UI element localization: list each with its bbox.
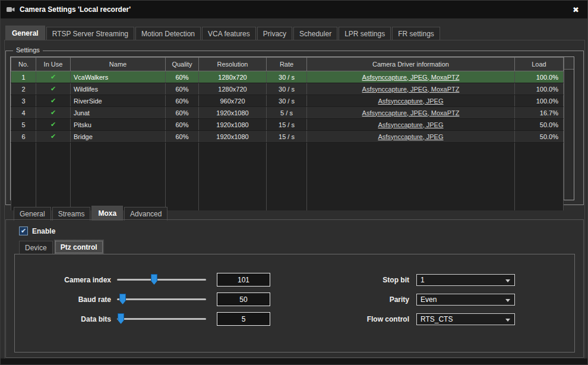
close-icon[interactable]: ✖ [570,5,581,14]
column-header-no[interactable]: No. [11,58,36,71]
column-header-rate[interactable]: Rate [267,58,307,71]
dropdown-value: 1 [421,276,425,284]
empty-cell [11,143,36,211]
cell-name: Bridge [71,131,166,143]
flow-control-dropdown[interactable]: RTS_CTS [416,313,515,325]
camera-index-value-input[interactable] [217,273,270,287]
cell-driver: Asfsynccapture, JPEG, MoxaPTZ [307,71,515,83]
window-title: Camera Settings 'Local recorder' [20,5,131,14]
camera-index-slider[interactable] [117,279,206,281]
slider-group: Camera indexBaud rateData bits [22,270,270,329]
cell-load: 100.0% [515,95,564,107]
data-bits-slider[interactable] [117,318,206,320]
driver-link[interactable]: Asfsynccapture, JPEG, MoxaPTZ [362,109,460,117]
column-header-load[interactable]: Load [515,58,564,71]
tab-ptz-control[interactable]: Ptz control [54,240,104,254]
enable-checkbox[interactable]: ✔ [19,226,28,235]
check-icon: ✔ [50,133,56,140]
cell-no: 2 [11,83,36,95]
column-header-resolution[interactable]: Resolution [199,58,267,71]
parity-row: ParityEven [328,290,515,309]
cell-resolution: 1280x720 [199,71,267,83]
scrollbar-header-cap [564,57,574,70]
cell-no: 3 [11,95,36,107]
cell-driver: Asfsynccapture, JPEG [307,131,515,143]
tab-general[interactable]: General [5,26,45,40]
slider-thumb[interactable] [151,274,157,285]
tab-lpr-settings[interactable]: LPR settings [339,27,391,40]
table-row[interactable]: 2✔Wildlifes60%1280x72030 / sAsfsynccaptu… [11,83,564,95]
camera-sub-tab-bar: GeneralStreamsMoxaAdvanced [14,206,169,221]
column-header-quality[interactable]: Quality [166,58,199,71]
ptz-control-panel: Camera indexBaud rateData bits Stop bit1… [14,254,575,353]
stop-bit-row: Stop bit1 [328,270,515,290]
cell-name: VcaWalkers [71,71,166,83]
cell-quality: 60% [166,95,199,107]
cell-quality: 60% [166,131,199,143]
driver-link[interactable]: Asfsynccapture, JPEG, MoxaPTZ [362,74,460,81]
baud-rate-label: Baud rate [22,295,111,304]
cell-name: Wildlifes [71,83,166,95]
table-row[interactable]: 1✔VcaWalkers60%1280x72030 / sAsfsynccapt… [11,71,564,83]
empty-cell [267,143,307,211]
data-bits-value-input[interactable] [217,312,270,326]
vertical-scrollbar[interactable] [564,57,574,200]
driver-link[interactable]: Asfsynccapture, JPEG [378,133,443,140]
cell-name: Junat [71,107,166,119]
column-header-in-use[interactable]: In Use [36,58,71,71]
column-header-camera-driver-information[interactable]: Camera Driver information [307,58,515,71]
cell-name: Pitsku [71,119,166,131]
moxa-tab-page: ✔ Enable DevicePtz control Camera indexB… [5,219,584,358]
cell-resolution: 1920x1080 [199,107,267,119]
table-row[interactable]: 5✔Pitsku60%1920x108015 / sAsfsynccapture… [11,119,564,131]
tab-scheduler[interactable]: Scheduler [293,27,337,40]
driver-link[interactable]: Asfsynccapture, JPEG, MoxaPTZ [362,86,460,93]
enable-label: Enable [32,227,55,235]
tab-fr-settings[interactable]: FR settings [392,27,440,40]
cell-quality: 60% [166,83,199,95]
tab-streams[interactable]: Streams [52,207,91,221]
tab-motion-detection[interactable]: Motion Detection [135,27,201,40]
table-row[interactable]: 4✔Junat60%1920x10805 / sAsfsynccapture, … [11,107,564,119]
cell-quality: 60% [166,71,199,83]
cell-rate: 5 / s [267,107,307,119]
tab-rtsp-server-streaming[interactable]: RTSP Server Streaming [46,27,134,40]
cell-no: 6 [11,131,36,143]
tab-vca-features[interactable]: VCA features [202,27,256,40]
cell-load: 50.0% [515,131,564,143]
table-row[interactable]: 3✔RiverSide60%960x72030 / sAsfsynccaptur… [11,95,564,107]
check-icon: ✔ [50,121,56,128]
tab-device[interactable]: Device [19,241,53,254]
cell-in-use: ✔ [36,131,71,143]
parity-dropdown[interactable]: Even [416,294,515,306]
driver-link[interactable]: Asfsynccapture, JPEG [378,121,443,128]
cell-rate: 30 / s [267,71,307,83]
slider-thumb[interactable] [118,313,124,324]
settings-group-label: Settings [13,46,43,54]
table-row[interactable]: 6✔Bridge60%1920x108015 / sAsfsynccapture… [11,131,564,143]
cell-no: 1 [11,71,36,83]
data-bits-row: Data bits [22,309,270,329]
check-icon: ✔ [50,97,56,104]
cell-driver: Asfsynccapture, JPEG, MoxaPTZ [307,107,515,119]
tab-general[interactable]: General [14,207,51,221]
empty-cell [307,143,515,211]
slider-thumb[interactable] [119,294,126,304]
cell-resolution: 1920x1080 [199,131,267,143]
flow-control-row: Flow controlRTS_CTS [328,309,515,329]
column-header-name[interactable]: Name [71,58,166,71]
device-tab-bar: DevicePtz control [19,240,105,254]
tab-privacy[interactable]: Privacy [257,27,292,40]
dropdown-group: Stop bit1ParityEvenFlow controlRTS_CTS [328,270,515,329]
cell-load: 16.7% [515,107,564,119]
baud-rate-value-input[interactable] [217,292,270,306]
empty-cell [515,143,564,211]
cell-driver: Asfsynccapture, JPEG [307,95,515,107]
data-bits-label: Data bits [22,315,111,323]
tab-moxa[interactable]: Moxa [91,206,123,221]
main-tab-bar: GeneralRTSP Server StreamingMotion Detec… [5,26,441,40]
baud-rate-slider[interactable] [117,298,206,300]
tab-advanced[interactable]: Advanced [124,207,167,221]
driver-link[interactable]: Asfsynccapture, JPEG [378,97,443,105]
stop-bit-dropdown[interactable]: 1 [416,274,515,286]
